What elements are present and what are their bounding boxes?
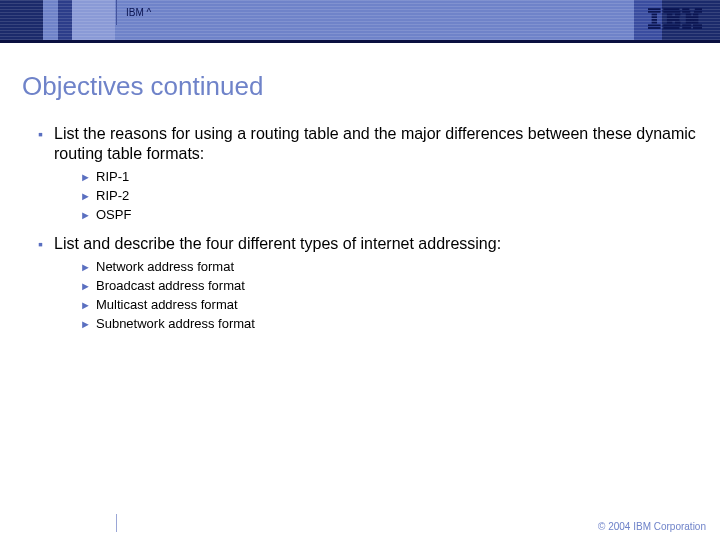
svg-rect-23 <box>693 14 698 16</box>
sub-bullet-group: ► Network address format ► Broadcast add… <box>80 258 698 333</box>
svg-rect-10 <box>667 14 672 16</box>
bullet-level2: ► Network address format <box>80 258 698 276</box>
svg-rect-11 <box>675 14 680 16</box>
svg-rect-8 <box>663 8 679 10</box>
footer: © 2004 IBM Corporation <box>0 514 720 540</box>
svg-rect-12 <box>667 16 680 18</box>
copyright-text: © 2004 IBM Corporation <box>598 521 706 532</box>
header-bar: IBM ^ <box>0 0 720 40</box>
header-texture <box>0 0 720 40</box>
svg-rect-18 <box>682 8 689 10</box>
svg-rect-34 <box>682 27 691 29</box>
svg-rect-19 <box>695 8 702 10</box>
svg-rect-16 <box>663 24 680 26</box>
brand-label: IBM ^ <box>126 7 151 18</box>
slide-title: Objectives continued <box>22 71 698 102</box>
arrow-bullet-icon: ► <box>80 277 96 295</box>
svg-rect-24 <box>686 16 692 18</box>
arrow-bullet-icon: ► <box>80 187 96 205</box>
sub-bullet-text: RIP-1 <box>96 168 129 186</box>
bullet-text: List the reasons for using a routing tab… <box>54 124 698 164</box>
bullet-level1: ▪ List the reasons for using a routing t… <box>38 124 698 164</box>
sub-bullet-text: Network address format <box>96 258 234 276</box>
svg-rect-6 <box>648 24 661 26</box>
svg-rect-4 <box>652 19 657 21</box>
svg-rect-9 <box>663 11 680 13</box>
svg-rect-22 <box>686 14 691 16</box>
bullet-level2: ► RIP-2 <box>80 187 698 205</box>
sub-bullet-group: ► RIP-1 ► RIP-2 ► OSPF <box>80 168 698 224</box>
svg-rect-17 <box>663 27 679 29</box>
svg-rect-1 <box>648 11 661 13</box>
svg-rect-5 <box>652 22 657 24</box>
sub-bullet-text: OSPF <box>96 206 131 224</box>
arrow-bullet-icon: ► <box>80 315 96 333</box>
arrow-bullet-icon: ► <box>80 168 96 186</box>
svg-rect-21 <box>694 11 702 13</box>
svg-rect-29 <box>686 22 691 24</box>
arrow-bullet-icon: ► <box>80 258 96 276</box>
bullet-level2: ► OSPF <box>80 206 698 224</box>
bullet-level2: ► RIP-1 <box>80 168 698 186</box>
sub-bullet-text: RIP-2 <box>96 187 129 205</box>
square-bullet-icon: ▪ <box>38 124 54 164</box>
slide: IBM ^ <box>0 0 720 540</box>
svg-rect-25 <box>692 16 698 18</box>
bullet-level2: ► Subnetwork address format <box>80 315 698 333</box>
svg-rect-32 <box>682 24 691 26</box>
sub-bullet-text: Broadcast address format <box>96 277 245 295</box>
svg-rect-7 <box>648 27 661 29</box>
ibm-logo-icon <box>648 8 702 34</box>
arrow-bullet-icon: ► <box>80 206 96 224</box>
svg-rect-28 <box>693 19 698 21</box>
footer-divider-line <box>116 514 117 532</box>
bullet-level2: ► Broadcast address format <box>80 277 698 295</box>
square-bullet-icon: ▪ <box>38 234 54 254</box>
header-divider-line <box>116 0 117 25</box>
sub-bullet-text: Multicast address format <box>96 296 238 314</box>
arrow-bullet-icon: ► <box>80 296 96 314</box>
bullet-level2: ► Multicast address format <box>80 296 698 314</box>
sub-bullet-text: Subnetwork address format <box>96 315 255 333</box>
svg-rect-31 <box>693 22 698 24</box>
svg-rect-2 <box>652 14 657 16</box>
bullet-level1: ▪ List and describe the four different t… <box>38 234 698 254</box>
svg-rect-3 <box>652 16 657 18</box>
svg-rect-20 <box>682 11 690 13</box>
svg-rect-13 <box>667 19 680 21</box>
bullet-text: List and describe the four different typ… <box>54 234 501 254</box>
content-area: Objectives continued ▪ List the reasons … <box>0 43 720 333</box>
svg-rect-14 <box>667 22 672 24</box>
svg-rect-0 <box>648 8 661 10</box>
svg-rect-33 <box>693 24 702 26</box>
svg-rect-30 <box>691 22 693 24</box>
svg-rect-15 <box>675 22 680 24</box>
svg-rect-35 <box>693 27 702 29</box>
